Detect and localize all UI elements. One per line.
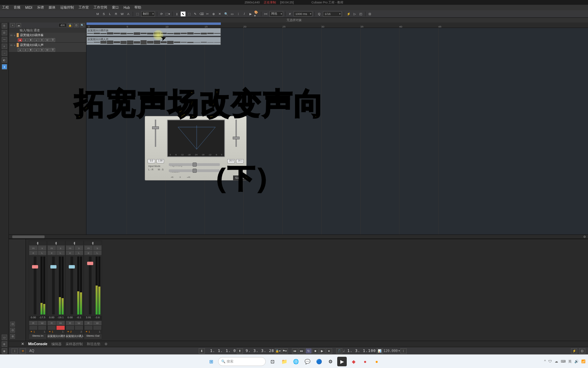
app-icon-7[interactable]: ● (372, 357, 381, 366)
tp-right-1[interactable]: ⚡ (571, 348, 577, 354)
tp-tempo-pos[interactable]: 1. 3. 1.100 (345, 349, 376, 353)
tp-cycle[interactable]: ↻ (306, 348, 312, 354)
ch-l[interactable]: L (75, 250, 83, 255)
track-preset-button[interactable]: ☁ (16, 23, 21, 27)
tempo-lock[interactable]: 🔒 (68, 23, 72, 27)
tool-1[interactable]: ⟳ (159, 12, 164, 16)
io-section-label[interactable]: 输入/输出 通道 (9, 28, 86, 33)
mixer-channel-1[interactable]: C ms eL 0.00-19.1 RW ⚭ 11 寂寞烟火D调伴 (47, 241, 65, 339)
tp-record[interactable]: ● (326, 348, 332, 354)
ch-rec[interactable] (56, 325, 65, 330)
ch-fader[interactable] (52, 257, 55, 315)
tool-line[interactable]: / (242, 12, 247, 16)
track1-edit[interactable]: e (23, 38, 28, 42)
tp-lock[interactable]: 🔒▾ (275, 348, 281, 354)
tool-play[interactable]: ▶ (248, 12, 253, 16)
settings-icon[interactable]: ⚙ (104, 342, 108, 346)
track-row-2[interactable]: ms 寂寞烟火D调人声 ● e ◐ ∞ R W ☰ (9, 43, 86, 52)
mixer-channel-0[interactable]: C ms eL 0.00-17.5 RW ⚭ 11 Stereo In (29, 241, 47, 339)
tp-marker[interactable]: ⚑▾ (282, 348, 288, 354)
tool-color[interactable]: 🎨▾ (254, 12, 259, 16)
tb-mute[interactable]: M (95, 12, 100, 16)
ch-write[interactable]: W (93, 321, 102, 325)
explorer-icon[interactable]: 📁 (279, 357, 289, 366)
taskview-icon[interactable]: ⊡ (268, 357, 277, 366)
ch-e[interactable]: e (29, 250, 38, 255)
track-config-2[interactable]: 🔍 (80, 23, 85, 27)
start-button[interactable]: ⊞ (207, 357, 216, 366)
menu-studio[interactable]: 工作室 (79, 5, 89, 10)
app-icon-6[interactable]: ● (360, 357, 370, 366)
ch-rec[interactable] (93, 325, 102, 330)
mix-rail-2[interactable]: ⊟ (10, 328, 15, 333)
tp-power[interactable]: ⭘ (20, 348, 26, 354)
tool-mute[interactable]: ✕ (217, 12, 222, 16)
ch-l[interactable]: L (93, 250, 102, 255)
tool-erase[interactable]: ⌫ (199, 12, 204, 16)
ch-pan[interactable]: C (84, 241, 102, 246)
ch-mon[interactable] (84, 325, 93, 330)
ch-mon[interactable] (29, 325, 38, 330)
mix-rail-1[interactable]: ⊡ (10, 322, 15, 326)
tool-range[interactable]: ⬚ (187, 12, 192, 16)
tb-write[interactable]: W (120, 12, 125, 16)
ch-mute[interactable]: m (66, 246, 75, 250)
tb-listen[interactable]: L (108, 12, 112, 16)
ch-read[interactable]: R (47, 321, 56, 325)
ch-write[interactable]: W (38, 321, 47, 325)
tool-glue[interactable]: ⊕ (211, 12, 216, 16)
ch-l[interactable]: L (56, 250, 65, 255)
plugin-width-slider[interactable] (148, 120, 163, 154)
snap-icon[interactable]: >< (263, 12, 268, 16)
ch-pan[interactable]: C (29, 241, 47, 246)
ruler[interactable]: 0 5 10 15 20 25 30 35 40 45 (86, 22, 588, 28)
track1-freeze[interactable]: ∞ (34, 38, 39, 42)
rail-cue[interactable]: ◐ (2, 57, 7, 63)
app-icon-3[interactable]: ⚙ (326, 357, 335, 366)
menu-audio[interactable]: 音频 (14, 5, 20, 10)
ch-solo[interactable]: s (56, 246, 65, 250)
tab-editor[interactable]: 编辑器 (51, 342, 62, 347)
track1-read[interactable]: R (39, 38, 44, 42)
app-icon-2[interactable]: 🔵 (314, 357, 324, 366)
ch-solo[interactable]: s (93, 246, 102, 250)
tb-end2[interactable]: ▷ (352, 12, 357, 16)
time-sig[interactable]: 4/4 (59, 23, 66, 27)
track2-write[interactable]: W (45, 48, 50, 52)
app-icon-4[interactable]: ▶ (337, 357, 347, 366)
plugin-output-slider[interactable] (228, 120, 244, 154)
ch-mute[interactable]: m (29, 246, 38, 250)
ch-e[interactable]: e (47, 250, 56, 255)
track2-lanes[interactable]: ☰ (50, 48, 55, 52)
track2-edit[interactable]: e (23, 48, 28, 52)
track1-write[interactable]: W (45, 38, 50, 42)
tp-tap[interactable]: ⫶ (401, 348, 407, 354)
ch-read[interactable]: R (29, 321, 38, 325)
nudge-dropdown[interactable]: 1000 ms (294, 11, 312, 17)
ch-mon[interactable] (47, 325, 56, 330)
touch-mode-dropdown[interactable]: 触控 (141, 11, 155, 17)
tp-tempo-icon[interactable]: 📊 (377, 348, 383, 354)
quantize-dropdown[interactable]: 1/16 (323, 11, 342, 17)
tp-bpm[interactable]: 120.000 (383, 349, 398, 353)
menu-score[interactable]: 乐谱 (37, 5, 44, 10)
tp-left-1[interactable]: ⫶ (12, 348, 18, 354)
nudge-icon[interactable]: # (288, 12, 292, 16)
rail-bottom-3[interactable]: ◉ (2, 348, 7, 354)
rail-eq[interactable]: 〜 (2, 37, 7, 42)
menu-window[interactable]: 窗口 (112, 5, 119, 10)
track1-lanes[interactable]: ☰ (50, 38, 55, 42)
ch-fader[interactable] (89, 257, 92, 315)
tb-solo[interactable]: S (101, 12, 106, 16)
menu-help[interactable]: 帮助 (134, 5, 141, 10)
tp-stop[interactable]: ■ (312, 348, 318, 354)
ch-pan[interactable]: C (66, 241, 83, 246)
edge-icon[interactable]: 🌐 (291, 357, 300, 366)
tool-zoom[interactable]: 🔍 (224, 12, 228, 16)
h-scroll-thumb[interactable] (12, 235, 45, 238)
mix-rail-3[interactable]: ⊞ (10, 334, 15, 339)
tb-end4[interactable]: ⊟ (368, 12, 372, 16)
ch-rec[interactable] (38, 325, 47, 330)
ch-name[interactable]: 寂寞烟火D调人 (66, 334, 83, 339)
automation-icon[interactable]: ⬚ (135, 12, 140, 16)
